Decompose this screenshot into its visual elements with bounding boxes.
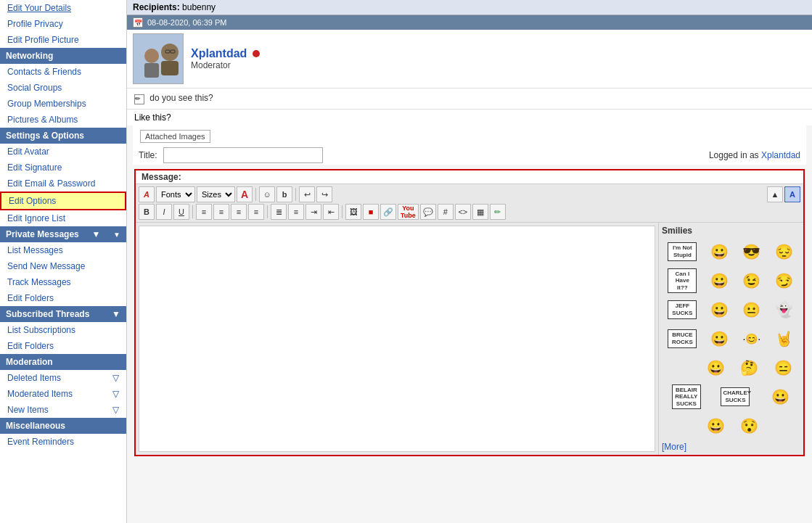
smiley-think-1[interactable]: 🤔 bbox=[737, 355, 763, 381]
smiley-happy-1[interactable]: 😀 bbox=[706, 239, 732, 265]
smiley-rock-1[interactable]: 🤘 bbox=[771, 326, 797, 352]
smiley-happy-3[interactable]: 😀 bbox=[706, 297, 732, 323]
smiley-dots-1[interactable]: ·😊· bbox=[739, 326, 765, 352]
sidebar-item-edit-profile-picture[interactable]: Edit Profile Picture bbox=[0, 32, 126, 48]
ordered-list-button[interactable]: ≣ bbox=[271, 204, 287, 220]
sidebar-item-edit-signature[interactable]: Edit Signature bbox=[0, 160, 126, 176]
user-avatar bbox=[133, 33, 184, 84]
sidebar-item-pictures-albums[interactable]: Pictures & Albums bbox=[0, 112, 126, 128]
title-row: Title: Logged in as Xplantdad bbox=[133, 146, 806, 165]
indent-button[interactable]: ⇥ bbox=[305, 204, 321, 220]
sidebar-item-contacts-friends[interactable]: Contacts & Friends bbox=[0, 64, 126, 80]
fonts-select[interactable]: Fonts bbox=[156, 186, 195, 202]
align-center-button[interactable]: ≡ bbox=[213, 204, 229, 220]
smiley-cool-1[interactable]: 😎 bbox=[739, 239, 765, 265]
subscribed-threads-label: Subscribed Threads bbox=[6, 309, 89, 319]
sign-stupid[interactable]: I'm NotStupid bbox=[665, 239, 700, 265]
more-smilies-link[interactable]: [More] bbox=[662, 442, 800, 452]
sidebar-item-new-items[interactable]: New Items ▽ bbox=[0, 402, 126, 418]
smiley-happy-6[interactable]: 😀 bbox=[767, 384, 793, 410]
svg-rect-2 bbox=[161, 61, 179, 75]
smiley-happy-4[interactable]: 😀 bbox=[706, 326, 732, 352]
sidebar-item-deleted-items[interactable]: Deleted Items ▽ bbox=[0, 370, 126, 386]
logged-in-user-link[interactable]: Xplantdad bbox=[761, 150, 800, 160]
insert-link-button[interactable]: 🔗 bbox=[380, 204, 396, 220]
hash-button[interactable]: # bbox=[438, 204, 454, 220]
smiley-happy-2[interactable]: 😀 bbox=[706, 268, 732, 294]
avatar-image bbox=[134, 34, 183, 83]
sign-bruce-rocks[interactable]: BRUCEROCKS bbox=[665, 326, 700, 352]
separator-2 bbox=[295, 188, 296, 201]
sidebar-item-edit-ignore-list[interactable]: Edit Ignore List bbox=[0, 210, 126, 226]
bold-button-2[interactable]: b bbox=[276, 186, 292, 202]
sign-jeff-sucks[interactable]: JEFFSUCKS bbox=[665, 297, 700, 323]
align-justify-button[interactable]: ≡ bbox=[248, 204, 264, 220]
align-left-button[interactable]: ≡ bbox=[196, 204, 212, 220]
sidebar-item-moderated-items[interactable]: Moderated Items ▽ bbox=[0, 386, 126, 402]
insert-image-button[interactable]: 🖼 bbox=[345, 204, 361, 220]
sidebar-item-profile-privacy[interactable]: Profile Privacy bbox=[0, 16, 126, 32]
smilies-row-2: Can IHave It?? 😀 😉 😏 bbox=[662, 268, 800, 294]
smiley-sad-1[interactable]: 😔 bbox=[771, 239, 797, 265]
smiley-happy-5[interactable]: 😀 bbox=[702, 355, 729, 381]
outdent-button[interactable]: ⇤ bbox=[323, 204, 339, 220]
sidebar-item-event-reminders[interactable]: Event Reminders bbox=[0, 434, 126, 450]
italic-button[interactable]: I bbox=[156, 204, 172, 220]
scroll-up-button[interactable]: ▲ bbox=[767, 186, 783, 202]
message-textarea[interactable] bbox=[139, 226, 655, 452]
undo-button[interactable]: ↩ bbox=[299, 186, 315, 202]
sidebar-item-social-groups[interactable]: Social Groups bbox=[0, 80, 126, 96]
sign-belair-sucks[interactable]: BELAIRREALLYSUCKS bbox=[669, 384, 704, 410]
insert-media-button[interactable]: ■ bbox=[363, 204, 379, 220]
font-style-button[interactable]: A bbox=[139, 186, 155, 202]
sidebar-item-group-memberships[interactable]: Group Memberships bbox=[0, 96, 126, 112]
sidebar-item-edit-options[interactable]: Edit Options bbox=[0, 192, 126, 210]
align-right-button[interactable]: ≡ bbox=[231, 204, 247, 220]
smilies-row-1: I'm NotStupid 😀 😎 😔 bbox=[662, 239, 800, 265]
sidebar-item-edit-email-password[interactable]: Edit Email & Password bbox=[0, 176, 126, 192]
smiley-wink-1[interactable]: 😉 bbox=[739, 268, 765, 294]
sizes-select[interactable]: Sizes bbox=[197, 186, 235, 202]
moderated-items-arrow: ▽ bbox=[112, 389, 119, 399]
sidebar-section-private-messages[interactable]: Private Messages ▼ bbox=[0, 226, 126, 242]
sidebar-item-send-new-message[interactable]: Send New Message bbox=[0, 258, 126, 274]
sign-can-i-have[interactable]: Can IHave It?? bbox=[665, 268, 700, 294]
sidebar-section-subscribed-threads[interactable]: Subscribed Threads ▼ bbox=[0, 306, 126, 322]
smiley-happy-7[interactable]: 😀 bbox=[702, 413, 729, 439]
user-name-link[interactable]: Xplantdad bbox=[191, 47, 247, 59]
underline-button[interactable]: U bbox=[173, 204, 189, 220]
smiley-button[interactable]: ☺ bbox=[259, 186, 275, 202]
sidebar-item-edit-your-details[interactable]: Edit Your Details bbox=[0, 0, 126, 16]
clear-button[interactable]: ✏ bbox=[490, 204, 506, 220]
sidebar-item-track-messages[interactable]: Track Messages bbox=[0, 274, 126, 290]
font-color-button[interactable]: A bbox=[237, 186, 253, 202]
sign-charley-sucks[interactable]: CHARLEYSUCKS bbox=[718, 384, 752, 410]
edit-icon: ✏ bbox=[134, 94, 144, 104]
sidebar-item-edit-avatar[interactable]: Edit Avatar bbox=[0, 144, 126, 160]
youtube-button[interactable]: YouTube bbox=[398, 204, 419, 220]
message-text: do you see this? bbox=[149, 93, 213, 103]
separator-3 bbox=[192, 205, 193, 218]
smiley-ghost-1[interactable]: 👻 bbox=[771, 297, 797, 323]
table-button[interactable]: ▦ bbox=[472, 204, 488, 220]
title-input[interactable] bbox=[163, 147, 323, 163]
code-button[interactable]: <> bbox=[455, 204, 471, 220]
smiley-neutral-1[interactable]: 😑 bbox=[771, 355, 797, 381]
unordered-list-button[interactable]: ≡ bbox=[288, 204, 304, 220]
sidebar-section-moderation: Moderation bbox=[0, 354, 126, 370]
sidebar-item-edit-folders-2[interactable]: Edit Folders bbox=[0, 338, 126, 354]
sidebar-item-edit-folders[interactable]: Edit Folders bbox=[0, 290, 126, 306]
bold-button[interactable]: B bbox=[139, 204, 155, 220]
smiley-blank-1[interactable]: 😐 bbox=[739, 297, 765, 323]
editor-toolbar[interactable]: A Fonts Sizes A ☺ b ↩ ↪ ▲ A B I bbox=[136, 184, 803, 223]
redo-button[interactable]: ↪ bbox=[316, 186, 332, 202]
smiley-smirk-1[interactable]: 😏 bbox=[771, 268, 797, 294]
sidebar-item-list-subscriptions[interactable]: List Subscriptions bbox=[0, 322, 126, 338]
smilies-title: Smilies bbox=[662, 226, 800, 236]
toggle-editor-button[interactable]: A bbox=[784, 186, 800, 202]
timestamp: 08-08-2020, 06:39 PM bbox=[147, 18, 226, 27]
smiley-surprise-1[interactable]: 😯 bbox=[737, 413, 763, 439]
recipients-value: bubenny bbox=[182, 2, 216, 12]
sidebar-item-list-messages[interactable]: List Messages bbox=[0, 242, 126, 258]
quote-button[interactable]: 💬 bbox=[420, 204, 436, 220]
